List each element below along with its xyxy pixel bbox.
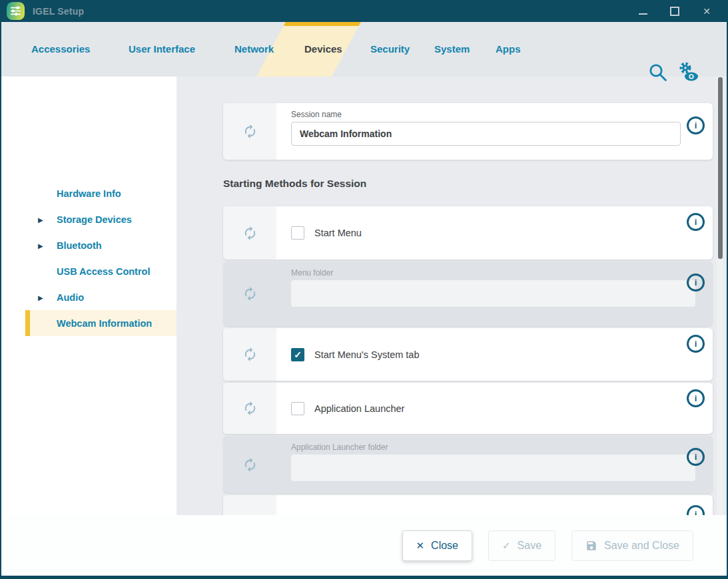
checkbox-label: Start Menu — [314, 228, 362, 238]
igel-setup-window: IGEL Setup ✕ Accessories User Interface … — [0, 0, 728, 579]
refresh-icon[interactable] — [242, 124, 258, 139]
window-controls: ✕ — [637, 6, 712, 17]
refresh-icon[interactable] — [242, 347, 258, 362]
save-button-label: Save — [518, 540, 542, 552]
save-floppy-icon — [585, 540, 597, 552]
search-icon[interactable] — [647, 62, 669, 84]
window-title: IGEL Setup — [33, 6, 84, 17]
section-heading: Starting Methods for Session — [223, 178, 366, 190]
save-and-close-button[interactable]: Save and Close — [571, 530, 693, 561]
sidebar-item-storage-devices[interactable]: ▶ Storage Devices — [1, 206, 177, 232]
info-icon[interactable]: i — [687, 448, 705, 466]
window-border-left — [0, 22, 1, 579]
tab-system[interactable]: System — [434, 22, 470, 77]
start-menu-system-tab-checkbox[interactable]: ✓ — [291, 348, 304, 361]
refresh-icon[interactable] — [242, 401, 258, 416]
start-menu-card: ✓ Start Menu i — [223, 206, 713, 260]
sidebar-item-usb-access-control[interactable]: USB Access Control — [1, 258, 177, 284]
refresh-icon[interactable] — [242, 457, 258, 473]
maximize-button[interactable] — [669, 6, 680, 17]
content-panel: Session name i Starting Methods for Sess… — [177, 77, 727, 515]
start-menu-checkbox[interactable]: ✓ — [291, 226, 304, 240]
info-icon[interactable]: i — [687, 335, 705, 353]
tab-apps[interactable]: Apps — [496, 22, 521, 77]
info-icon[interactable]: i — [687, 213, 705, 231]
application-launcher-checkbox[interactable]: ✓ — [291, 402, 304, 415]
menu-folder-card: Menu folder i — [223, 262, 713, 326]
refresh-icon[interactable] — [242, 226, 258, 241]
setup-settings-eye-icon[interactable] — [677, 61, 702, 85]
menu-folder-label: Menu folder — [291, 268, 333, 278]
expand-arrow-icon[interactable]: ▶ — [38, 242, 43, 249]
sidebar-item-label: USB Access Control — [57, 266, 150, 277]
close-icon: ✕ — [416, 540, 425, 550]
application-launcher-folder-label: Application Launcher folder — [291, 443, 388, 452]
sidebar-item-bluetooth[interactable]: ▶ Bluetooth — [1, 232, 177, 258]
sidebar-item-audio[interactable]: ▶ Audio — [1, 284, 177, 310]
sidebar-item-label: Webcam Information — [57, 318, 152, 329]
sidebar-item-label: Storage Devices — [57, 214, 132, 225]
save-button[interactable]: ✓ Save — [488, 530, 555, 561]
minimize-icon — [639, 13, 647, 15]
parameter-strip — [223, 103, 276, 160]
sidebar-item-webcam-information[interactable]: Webcam Information — [25, 310, 177, 336]
close-button-label: Close — [431, 540, 458, 552]
tab-accessories[interactable]: Accessories — [31, 22, 90, 77]
sidebar-item-label: Hardware Info — [57, 188, 121, 199]
save-and-close-button-label: Save and Close — [604, 540, 679, 552]
expand-arrow-icon[interactable]: ▶ — [38, 216, 43, 223]
close-window-icon: ✕ — [703, 7, 711, 16]
info-icon[interactable]: i — [687, 116, 705, 134]
parameter-strip — [223, 206, 276, 260]
partial-card: i — [223, 495, 713, 515]
maximize-icon — [670, 7, 679, 16]
minimize-button[interactable] — [637, 6, 648, 17]
checkbox-label: Start Menu's System tab — [314, 349, 420, 360]
application-launcher-card: ✓ Application Launcher i — [223, 383, 713, 434]
tab-bar: Accessories User Interface Network Devic… — [0, 22, 728, 77]
expand-arrow-icon[interactable]: ▶ — [38, 293, 43, 301]
session-name-input[interactable] — [291, 122, 681, 146]
session-name-card: Session name i — [223, 103, 713, 160]
sidebar-item-hardware-info[interactable]: Hardware Info — [1, 180, 177, 206]
parameter-strip — [223, 328, 276, 381]
sidebar-item-label: Bluetooth — [57, 240, 102, 251]
info-icon[interactable]: i — [687, 389, 705, 407]
tab-user-interface[interactable]: User Interface — [129, 22, 195, 77]
scrollbar-thumb[interactable] — [718, 77, 723, 259]
selected-item-bar — [25, 310, 30, 336]
application-launcher-folder-input — [291, 455, 695, 481]
start-menu-system-tab-card: ✓ Start Menu's System tab i — [223, 328, 713, 381]
application-launcher-folder-card: Application Launcher folder i — [223, 436, 713, 493]
checkmark-icon: ✓ — [294, 350, 302, 359]
footer-bar: ✕ Close ✓ Save Save and Close — [1, 515, 727, 576]
parameter-strip — [223, 436, 276, 493]
check-icon: ✓ — [502, 540, 511, 550]
window-border-bottom — [0, 576, 728, 579]
sidebar-item-label: Audio — [57, 292, 84, 303]
igel-app-icon — [7, 2, 25, 20]
parameter-strip — [223, 262, 276, 326]
titlebar: IGEL Setup ✕ — [0, 0, 728, 22]
parameter-strip — [223, 383, 276, 434]
info-icon[interactable]: i — [687, 274, 705, 291]
sidebar: Hardware Info ▶ Storage Devices ▶ Blueto… — [1, 77, 177, 515]
close-window-button[interactable]: ✕ — [701, 6, 712, 17]
menu-folder-input — [291, 280, 695, 307]
close-button[interactable]: ✕ Close — [402, 530, 472, 561]
session-name-label: Session name — [291, 110, 342, 119]
tab-network[interactable]: Network — [234, 22, 274, 77]
tab-security[interactable]: Security — [370, 22, 410, 77]
checkbox-label: Application Launcher — [314, 403, 404, 414]
tab-devices[interactable]: Devices — [304, 22, 342, 77]
refresh-icon[interactable] — [242, 286, 258, 301]
parameter-strip — [223, 495, 276, 515]
info-icon[interactable]: i — [687, 505, 705, 515]
